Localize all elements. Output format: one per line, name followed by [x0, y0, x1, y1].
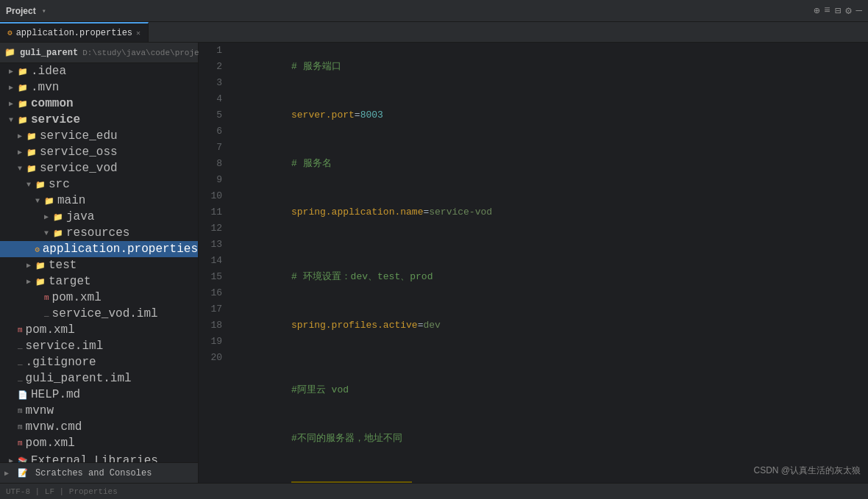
- tree-item-src[interactable]: ▼ 📁 src: [0, 176, 198, 193]
- code-line-7: spring.profiles.active=dev: [234, 301, 862, 350]
- line-num-7: 7: [204, 140, 222, 156]
- editor-content: 1 2 3 4 5 6 7 8 9 10 11 12 13 14 15 16 1…: [199, 43, 868, 483]
- code-area[interactable]: # 服务端口 server.port=8003 # 服务名 spring.app…: [228, 43, 868, 483]
- tree-label-idea: .idea: [31, 65, 66, 78]
- tree-item-pom-service[interactable]: ▶ m pom.xml: [0, 322, 198, 338]
- tree-label-help-md: HELP.md: [31, 388, 80, 401]
- tree-item-service-edu[interactable]: ▶ 📁 service_edu: [0, 128, 198, 144]
- tree-label-application-properties: application.properties: [43, 243, 198, 256]
- code-line-6: # 环境设置：dev、test、prod: [234, 253, 862, 301]
- tree-item-pom-vod[interactable]: ▶ m pom.xml: [0, 290, 198, 306]
- tree-item-java[interactable]: ▶ 📁 java: [0, 209, 198, 225]
- line-num-18: 18: [204, 317, 222, 334]
- icon-external-libraries: 📚: [18, 456, 28, 463]
- tree-label-service-oss: service_oss: [40, 146, 118, 159]
- folder-icon-target: 📁: [35, 277, 46, 287]
- code-line-1: # 服务端口: [234, 43, 862, 91]
- editor: 1 2 3 4 5 6 7 8 9 10 11 12 13 14 15 16 1…: [199, 43, 868, 483]
- file-icon-service-vod-iml: _: [44, 309, 49, 318]
- val-4: service-vod: [429, 207, 492, 218]
- scratches-and-consoles[interactable]: ▶ 📝 Scratches and Consoles: [0, 462, 198, 483]
- tree-label-mvnw: mvnw: [26, 404, 54, 417]
- folder-icon-service-vod: 📁: [26, 164, 37, 173]
- tree-label-pom-service: pom.xml: [26, 323, 75, 337]
- tree-item-test[interactable]: ▶ 📁 test: [0, 257, 198, 273]
- tree-item-service-vod[interactable]: ▼ 📁 service_vod: [0, 160, 198, 176]
- code-line-4: spring.application.name=service-vod: [234, 188, 862, 237]
- tree-label-common: common: [31, 97, 74, 110]
- file-icon-pom-vod: m: [44, 293, 49, 302]
- project-root-icon: 📁: [4, 47, 15, 58]
- collapse-icon[interactable]: ⊟: [835, 4, 841, 17]
- tree-label-guli-parent-iml: guli_parent.iml: [26, 372, 132, 385]
- list-icon[interactable]: ≡: [824, 4, 830, 17]
- tree-arrow-common: ▶: [9, 99, 18, 108]
- tree-item-common[interactable]: ▶ 📁 common: [0, 96, 198, 112]
- add-icon[interactable]: ⊕: [814, 4, 819, 17]
- toolbar-dropdown-icon[interactable]: ▾: [42, 7, 46, 15]
- folder-icon-test: 📁: [35, 261, 46, 270]
- tree-arrow-scratches: ▶: [4, 469, 13, 478]
- code-line-10: #不同的服务器，地址不同: [234, 414, 862, 463]
- tree-arrow-src: ▼: [26, 181, 35, 189]
- tree-label-pom-root: pom.xml: [26, 437, 75, 450]
- tree-item-target[interactable]: ▶ 📁 target: [0, 273, 198, 290]
- folder-icon-service-edu: 📁: [26, 132, 37, 141]
- tree-item-external-libraries[interactable]: ▶ 📚 External Libraries: [0, 453, 198, 462]
- line-num-16: 16: [204, 285, 222, 301]
- file-icon-application-properties: ⚙: [35, 245, 40, 254]
- folder-icon-src: 📁: [35, 180, 46, 190]
- tree-label-gitignore: .gitignore: [26, 356, 96, 369]
- val-2: 8003: [360, 110, 383, 121]
- settings-icon[interactable]: ⚙: [845, 4, 851, 17]
- tree-item-resources[interactable]: ▼ 📁 resources: [0, 225, 198, 241]
- tree-item-guli-parent-iml[interactable]: ▶ _ guli_parent.iml: [0, 370, 198, 387]
- tree-label-test: test: [49, 259, 77, 272]
- tree-arrow-service-oss: ▶: [18, 148, 26, 157]
- comment-10: #不同的服务器，地址不同: [291, 433, 402, 444]
- tab-bar: ⚙ application.properties ✕: [0, 22, 868, 43]
- tree-label-java: java: [66, 210, 94, 223]
- file-icon-help-md: 📄: [18, 390, 28, 400]
- status-text: UTF-8 | LF | Properties: [6, 487, 118, 496]
- tree-item-service-vod-iml[interactable]: ▶ _ service_vod.iml: [0, 306, 198, 322]
- tree-item-application-properties[interactable]: ▶ ⚙ application.properties: [0, 241, 198, 257]
- tree-label-external-libraries: External Libraries: [31, 454, 158, 462]
- line-num-1: 1: [204, 43, 222, 59]
- key-2: server.port: [291, 110, 355, 121]
- tree-item-main[interactable]: ▼ 📁 main: [0, 193, 198, 209]
- tree-item-gitignore[interactable]: ▶ _ .gitignore: [0, 354, 198, 370]
- tree-item-idea[interactable]: ▶ 📁 .idea: [0, 63, 198, 79]
- comment-3: # 服务名: [291, 158, 332, 169]
- project-label: Project: [6, 6, 36, 16]
- comment-6: # 环境设置：dev、test、prod: [291, 271, 433, 282]
- tree-item-mvn[interactable]: ▶ 📁 .mvn: [0, 79, 198, 96]
- line-num-4: 4: [204, 91, 222, 107]
- tree-item-service[interactable]: ▼ 📁 service: [0, 112, 198, 128]
- folder-icon-main: 📁: [44, 196, 54, 206]
- project-root-name: guli_parent: [20, 48, 78, 58]
- tab-application-properties[interactable]: ⚙ application.properties ✕: [0, 22, 149, 42]
- tree-item-service-iml[interactable]: ▶ _ service.iml: [0, 338, 198, 354]
- minimize-icon[interactable]: —: [856, 4, 862, 17]
- tree-label-service-edu: service_edu: [40, 129, 118, 143]
- line-num-19: 19: [204, 334, 222, 350]
- tree-label-service-vod: service_vod: [40, 162, 118, 175]
- tree-item-mvnw-cmd[interactable]: ▶ m mvnw.cmd: [0, 419, 198, 435]
- tree-item-help-md[interactable]: ▶ 📄 HELP.md: [0, 387, 198, 403]
- tree-label-pom-vod: pom.xml: [52, 291, 102, 304]
- tree-item-mvnw[interactable]: ▶ m mvnw: [0, 403, 198, 419]
- icon-scratches: 📝: [18, 468, 28, 478]
- tab-close-icon[interactable]: ✕: [136, 29, 140, 37]
- key-4: spring.application.name: [291, 207, 423, 218]
- file-icon-mvnw: m: [18, 406, 23, 415]
- folder-icon-idea: 📁: [18, 67, 28, 76]
- line-num-3: 3: [204, 75, 222, 91]
- folder-icon-resources: 📁: [53, 229, 63, 238]
- tree-item-pom-root[interactable]: ▶ m pom.xml: [0, 435, 198, 451]
- tree-item-service-oss[interactable]: ▶ 📁 service_oss: [0, 144, 198, 160]
- scratches-label: Scratches and Consoles: [35, 468, 152, 478]
- line-num-14: 14: [204, 253, 222, 269]
- tree-arrow-resources: ▼: [44, 229, 53, 237]
- file-icon-pom-service: m: [18, 326, 23, 334]
